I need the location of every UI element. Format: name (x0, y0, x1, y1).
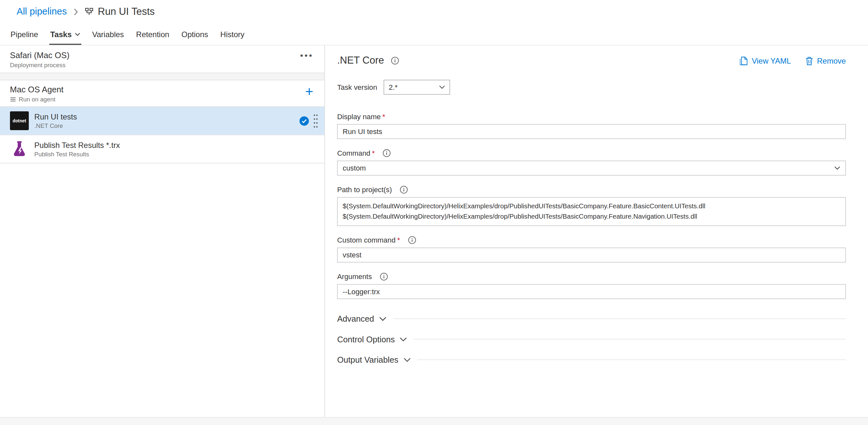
command-label: Command* (337, 149, 846, 157)
info-icon[interactable] (382, 149, 391, 157)
path-to-projects-label: Path to project(s) (337, 185, 846, 194)
section-divider (417, 359, 846, 360)
process-subtitle: Deployment process (10, 61, 314, 68)
arguments-input[interactable] (337, 284, 846, 299)
tab-pipeline[interactable]: Pipeline (4, 23, 44, 45)
process-title: Safari (Mac OS) (10, 50, 314, 60)
section-control-options[interactable]: Control Options (337, 335, 846, 344)
remove-task-button[interactable]: Remove (805, 56, 846, 65)
chevron-down-icon (403, 358, 411, 362)
tab-bar: Pipeline Tasks Variables Retention Optio… (0, 23, 868, 45)
custom-command-label: Custom command* (337, 236, 846, 244)
panel-divider (0, 73, 324, 80)
path-to-projects-textarea[interactable]: $(System.DefaultWorkingDirectory)/HelixE… (337, 197, 846, 226)
arguments-label: Arguments (337, 273, 846, 281)
breadcrumb: All pipelines Run UI Tests (0, 0, 868, 23)
tab-tasks[interactable]: Tasks (44, 23, 86, 45)
agent-phase-title: Mac OS Agent (10, 85, 314, 94)
page-title: Run UI Tests (85, 6, 155, 18)
field-command: Command* custom (337, 149, 846, 175)
task-row-run-ui-tests[interactable]: dotnet Run UI tests .NET Core (0, 107, 324, 135)
task-detail-panel: .NET Core View YAML Rem (325, 45, 868, 417)
task-version-dropdown[interactable]: 2.* (384, 80, 450, 95)
info-icon[interactable] (408, 236, 416, 244)
task-detail-title: .NET Core (337, 55, 384, 66)
add-task-button[interactable]: + (305, 85, 313, 98)
agent-list-icon (10, 96, 16, 102)
chevron-down-icon (400, 337, 407, 342)
field-arguments: Arguments (337, 273, 846, 299)
agent-phase-header[interactable]: Mac OS Agent Run on agent + (0, 81, 324, 107)
section-advanced[interactable]: Advanced (337, 314, 846, 323)
section-divider (393, 318, 846, 319)
chevron-down-icon (74, 32, 80, 35)
section-output-variables[interactable]: Output Variables (337, 355, 846, 364)
process-header: Safari (Mac OS) Deployment process ●●● (0, 45, 324, 73)
dotnet-icon: dotnet (10, 112, 29, 130)
tab-variables[interactable]: Variables (86, 23, 130, 45)
field-custom-command: Custom command* (337, 236, 846, 263)
field-path-to-projects: Path to project(s) $(System.DefaultWorki… (337, 185, 846, 226)
breadcrumb-all-pipelines-link[interactable]: All pipelines (17, 6, 67, 17)
process-panel: Safari (Mac OS) Deployment process ●●● M… (0, 45, 325, 417)
publish-test-results-flask-icon (10, 140, 29, 158)
view-yaml-button[interactable]: View YAML (740, 56, 791, 65)
task-title: Publish Test Results *.trx (34, 141, 120, 150)
tab-retention[interactable]: Retention (130, 23, 176, 45)
chevron-down-icon (439, 85, 445, 89)
app-viewport: All pipelines Run UI Tests Pipeline Task… (0, 0, 868, 425)
pipeline-definition-icon (85, 7, 93, 16)
task-enabled-check-icon[interactable] (300, 116, 309, 126)
drag-handle-icon[interactable] (313, 114, 318, 128)
page-title-text: Run UI Tests (98, 6, 155, 18)
info-icon[interactable] (400, 185, 408, 194)
chevron-down-icon (834, 166, 840, 170)
view-yaml-icon (740, 56, 748, 65)
task-subtitle: .NET Core (34, 122, 77, 129)
task-title: Run UI tests (34, 112, 77, 121)
breadcrumb-chevron-icon (73, 8, 78, 15)
info-icon[interactable] (391, 57, 399, 65)
agent-phase-subtitle: Run on agent (10, 96, 314, 103)
field-display-name: Display name* (337, 112, 846, 139)
custom-command-input[interactable] (337, 248, 846, 263)
trash-icon (805, 56, 813, 65)
info-icon[interactable] (380, 273, 388, 281)
task-version-label: Task version (337, 83, 377, 91)
tab-history[interactable]: History (214, 23, 250, 45)
task-row-publish-test-results[interactable]: Publish Test Results *.trx Publish Test … (0, 135, 324, 163)
section-divider (413, 339, 846, 340)
command-select[interactable]: custom (337, 160, 846, 175)
chevron-down-icon (379, 316, 386, 321)
tab-options[interactable]: Options (175, 23, 214, 45)
more-actions-icon[interactable]: ●●● (300, 52, 313, 58)
display-name-label: Display name* (337, 112, 846, 121)
display-name-input[interactable] (337, 124, 846, 139)
task-subtitle: Publish Test Results (34, 151, 120, 157)
bottom-strip (0, 417, 868, 425)
